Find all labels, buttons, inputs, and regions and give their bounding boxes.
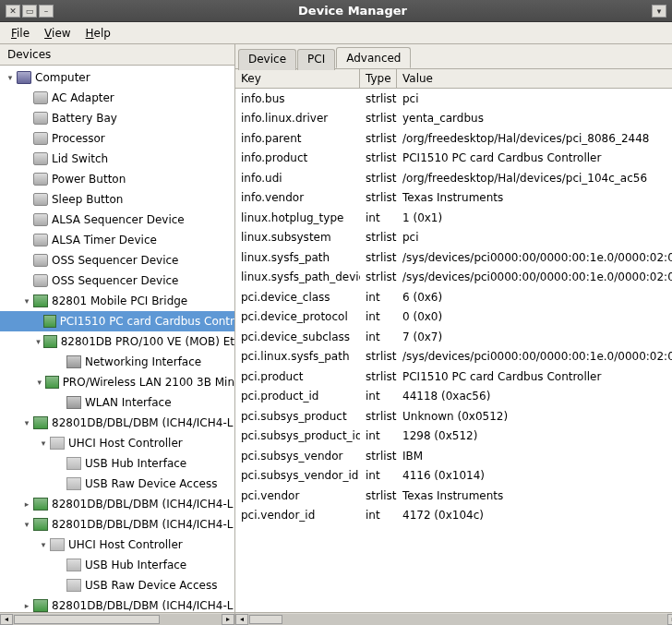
table-row[interactable]: pci.device_subclassint7 (0x7) <box>235 327 672 347</box>
tree-row[interactable]: ALSA Timer Device <box>0 230 234 250</box>
tab-device[interactable]: Device <box>238 49 296 70</box>
cell-value: 1298 (0x512) <box>397 427 672 444</box>
tree-row[interactable]: USB Raw Device Access <box>0 474 234 494</box>
generic-icon <box>33 132 48 145</box>
tree-row[interactable]: ▸82801DB/DBL/DBM (ICH4/ICH4-L <box>0 494 234 514</box>
tree-row[interactable]: ▾Computer <box>0 67 234 88</box>
tree-row[interactable]: Networking Interface <box>0 352 234 372</box>
menu-view[interactable]: View <box>37 24 78 42</box>
table-row[interactable]: info.udistrlist/org/freedesktop/Hal/devi… <box>235 168 672 188</box>
tree-row[interactable]: USB Hub Interface <box>0 555 234 575</box>
col-key[interactable]: Key <box>235 69 360 88</box>
tree-row[interactable]: USB Raw Device Access <box>0 575 234 595</box>
generic-icon <box>33 193 48 206</box>
tree-row[interactable]: OSS Sequencer Device <box>0 250 234 270</box>
table-hscrollbar[interactable]: ◂ ▸ <box>235 612 672 625</box>
table-row[interactable]: info.busstrlistpci <box>235 89 672 109</box>
table-row[interactable]: pci.subsys_product_idint1298 (0x512) <box>235 427 672 447</box>
expander-open-icon[interactable]: ▾ <box>20 416 33 429</box>
resize-grip-icon[interactable] <box>667 612 672 625</box>
table-row[interactable]: pci.device_protocolint0 (0x0) <box>235 307 672 328</box>
table-row[interactable]: pci.productstrlistPCI1510 PC card Cardbu… <box>235 367 672 387</box>
expander-closed-icon[interactable]: ▸ <box>20 498 33 511</box>
table-row[interactable]: pci.device_classint6 (0x6) <box>235 287 672 307</box>
expander-open-icon[interactable]: ▾ <box>20 294 33 307</box>
tree-item-label: 82801DB/DBL/DBM (ICH4/ICH4-L <box>52 498 233 511</box>
expander-open-icon[interactable]: ▾ <box>33 376 45 389</box>
table-row[interactable]: linux.subsystemstrlistpci <box>235 228 672 248</box>
tree-row[interactable]: OSS Sequencer Device <box>0 270 234 291</box>
tree-row[interactable]: ▾UHCI Host Controller <box>0 433 234 453</box>
tab-pci[interactable]: PCI <box>297 49 335 70</box>
table-row[interactable]: pci.vendorstrlistTexas Instruments <box>235 486 672 506</box>
expander-open-icon[interactable]: ▾ <box>37 538 50 551</box>
table-header: Key Type Value <box>235 69 672 89</box>
tree-row[interactable]: Sleep Button <box>0 189 234 210</box>
tree-row[interactable]: ▾UHCI Host Controller <box>0 535 234 555</box>
table-row[interactable]: pci.subsys_vendor_idint4116 (0x1014) <box>235 466 672 487</box>
tree-row[interactable]: PCI1510 PC card Cardbus Contr <box>0 311 234 331</box>
tree-row[interactable]: ALSA Sequencer Device <box>0 210 234 230</box>
cell-value: PCI1510 PC card Cardbus Controller <box>397 368 672 385</box>
scroll-right-icon[interactable]: ▸ <box>222 614 234 625</box>
cell-type: int <box>360 289 397 306</box>
tree-row[interactable]: ▾82801DB/DBL/DBM (ICH4/ICH4-L <box>0 514 234 535</box>
tree-row[interactable]: AC Adapter <box>0 88 234 108</box>
table-row[interactable]: pci.subsys_productstrlistUnknown (0x0512… <box>235 406 672 427</box>
table-row[interactable]: info.linux.driverstrlistyenta_cardbus <box>235 109 672 129</box>
tree-item-label: 82801DB/DBL/DBM (ICH4/ICH4-L <box>52 416 233 429</box>
expander-none <box>54 579 66 592</box>
cell-value: 4172 (0x104c) <box>397 507 672 523</box>
window-title: Device Manager <box>54 4 652 18</box>
col-type[interactable]: Type <box>360 69 397 88</box>
tree-row[interactable]: ▾PRO/Wireless LAN 2100 3B Min <box>0 372 234 392</box>
cell-type: strlist <box>360 110 397 126</box>
table-row[interactable]: pci.product_idint44118 (0xac56) <box>235 387 672 407</box>
tree-row[interactable]: Battery Bay <box>0 108 234 128</box>
tree-row[interactable]: ▸82801DB/DBL/DBM (ICH4/ICH4-L <box>0 595 234 612</box>
table-row[interactable]: info.parentstrlist/org/freedesktop/Hal/d… <box>235 128 672 149</box>
table-row[interactable]: linux.sysfs_path_devicestrlist/sys/devic… <box>235 268 672 288</box>
table-row[interactable]: linux.sysfs_pathstrlist/sys/devices/pci0… <box>235 247 672 268</box>
table-row[interactable]: pci.linux.sysfs_pathstrlist/sys/devices/… <box>235 347 672 367</box>
tree-row[interactable]: ▾82801 Mobile PCI Bridge <box>0 291 234 311</box>
table-row[interactable]: info.vendorstrlistTexas Instruments <box>235 188 672 209</box>
expander-open-icon[interactable]: ▾ <box>20 518 33 531</box>
table-row[interactable]: pci.vendor_idint4172 (0x104c) <box>235 506 672 526</box>
expander-open-icon[interactable]: ▾ <box>37 437 50 450</box>
expander-open-icon[interactable]: ▾ <box>32 335 43 348</box>
tree-row[interactable]: USB Hub Interface <box>0 453 234 474</box>
close-icon[interactable]: ✕ <box>6 5 20 18</box>
cell-key: pci.device_subclass <box>235 329 360 345</box>
tree-row[interactable]: ▾82801DB/DBL/DBM (ICH4/ICH4-L <box>0 413 234 433</box>
usb-icon <box>50 437 65 450</box>
cell-key: pci.vendor_id <box>235 507 360 523</box>
tree-row[interactable]: Lid Switch <box>0 149 234 169</box>
expander-closed-icon[interactable]: ▸ <box>20 599 33 612</box>
cell-key: pci.device_protocol <box>235 308 360 325</box>
scroll-left-icon[interactable]: ◂ <box>235 614 248 625</box>
expander-open-icon[interactable]: ▾ <box>4 71 17 84</box>
menu-help[interactable]: Help <box>78 24 118 42</box>
tree-item-label: ALSA Sequencer Device <box>52 213 185 226</box>
expander-none <box>54 396 66 409</box>
properties-table[interactable]: info.busstrlistpciinfo.linux.driverstrli… <box>235 89 672 612</box>
table-row[interactable]: info.productstrlistPCI1510 PC card Cardb… <box>235 149 672 169</box>
tree-item-label: 82801 Mobile PCI Bridge <box>52 294 187 307</box>
tree-hscrollbar[interactable]: ◂ ▸ <box>0 612 234 625</box>
menu-file[interactable]: File <box>4 24 37 42</box>
maximize-icon[interactable]: ▭ <box>22 5 37 18</box>
device-tree[interactable]: ▾ComputerAC AdapterBattery BayProcessorL… <box>0 66 234 612</box>
col-value[interactable]: Value <box>397 69 672 88</box>
table-row[interactable]: linux.hotplug_typeint1 (0x1) <box>235 208 672 228</box>
table-row[interactable]: pci.subsys_vendorstrlistIBM <box>235 446 672 466</box>
tree-row[interactable]: Processor <box>0 128 234 149</box>
shade-icon[interactable]: ▾ <box>652 5 666 18</box>
tree-row[interactable]: WLAN Interface <box>0 392 234 413</box>
tree-row[interactable]: ▾82801DB PRO/100 VE (MOB) Et <box>0 331 234 352</box>
minimize-icon[interactable]: – <box>39 5 54 18</box>
scroll-left-icon[interactable]: ◂ <box>0 614 13 625</box>
pci-icon <box>33 498 48 511</box>
tab-advanced[interactable]: Advanced <box>336 47 411 68</box>
tree-row[interactable]: Power Button <box>0 169 234 189</box>
